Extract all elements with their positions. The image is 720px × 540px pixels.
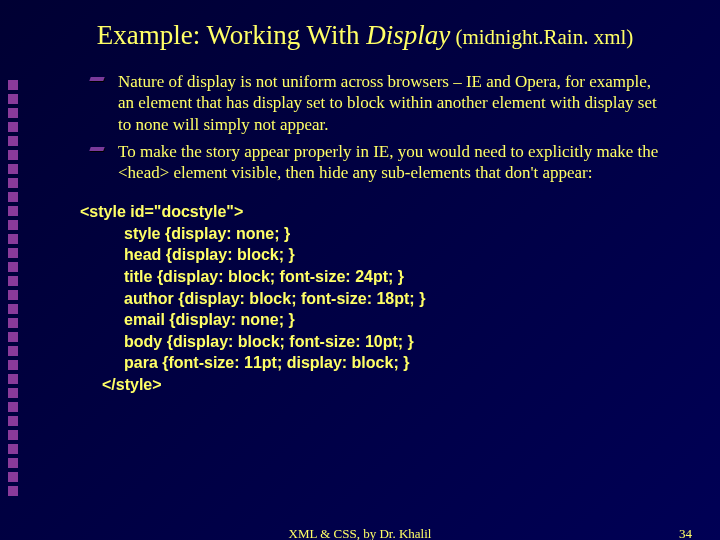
code-block: <style id="docstyle"> style {display: no… xyxy=(80,201,690,395)
bullet-icon xyxy=(90,77,118,141)
code-line: email {display: none; } xyxy=(80,309,690,331)
title-prefix: Example: Working With xyxy=(97,20,366,50)
slide-title: Example: Working With Display (midnight.… xyxy=(40,20,690,51)
bullet-icon xyxy=(90,147,118,190)
page-number: 34 xyxy=(679,526,692,540)
code-line: para {font-size: 11pt; display: block; } xyxy=(80,352,690,374)
code-line: </style> xyxy=(80,374,690,396)
code-line: body {display: block; font-size: 10pt; } xyxy=(80,331,690,353)
bullet-list: Nature of display is not uniform across … xyxy=(90,71,660,183)
title-suffix: (midnight.Rain. xml) xyxy=(450,25,633,49)
footer-center: XML & CSS, by Dr. Khalil xyxy=(0,526,720,540)
bullet-text: Nature of display is not uniform across … xyxy=(118,71,660,135)
decorative-left-squares xyxy=(8,80,22,500)
bullet-text: To make the story appear properly in IE,… xyxy=(118,141,660,184)
bullet-item: To make the story appear properly in IE,… xyxy=(90,141,660,184)
code-line: head {display: block; } xyxy=(80,244,690,266)
bullet-item: Nature of display is not uniform across … xyxy=(90,71,660,135)
code-line: title {display: block; font-size: 24pt; … xyxy=(80,266,690,288)
slide-content: Example: Working With Display (midnight.… xyxy=(40,10,690,510)
code-line: style {display: none; } xyxy=(80,223,690,245)
code-line: author {display: block; font-size: 18pt;… xyxy=(80,288,690,310)
title-italic: Display xyxy=(366,20,450,50)
code-line: <style id="docstyle"> xyxy=(80,201,690,223)
